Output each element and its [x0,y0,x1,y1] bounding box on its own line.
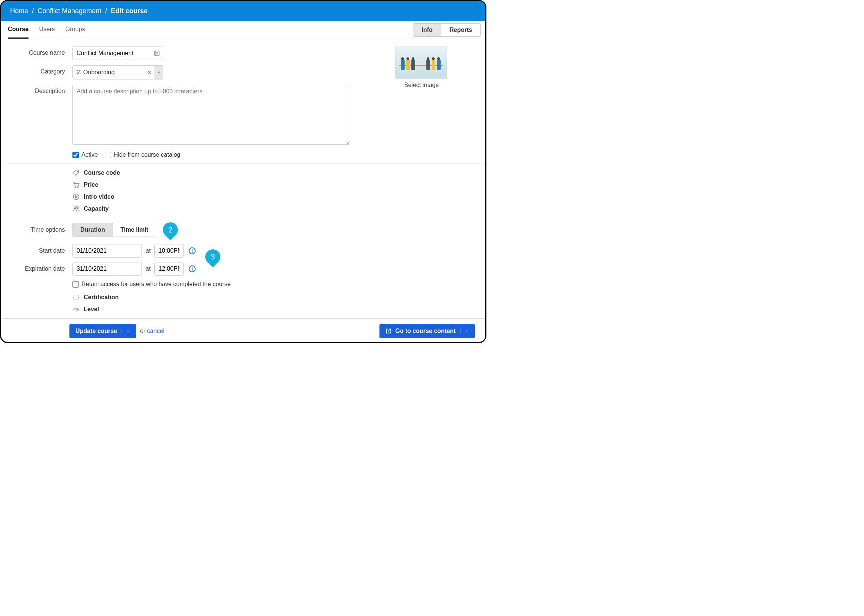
level-label: Level [84,306,99,313]
cancel-link[interactable]: cancel [147,328,164,334]
start-date-input[interactable] [73,244,142,258]
share-icon [385,328,391,334]
certification-option[interactable]: Certification [73,294,475,301]
form-footer: Update course or cancel Go to course con… [1,318,485,342]
time-limit-toggle[interactable]: Time limit [113,223,156,237]
capacity-label: Capacity [84,206,109,212]
goto-dropdown-icon[interactable] [460,329,469,333]
active-checkbox-label: Active [82,151,98,158]
svg-point-13 [74,295,79,300]
tab-bar: Course Users Groups Info Reports [1,21,485,39]
intro-video-option[interactable]: Intro video [73,193,475,201]
form-area: Select image Course name [1,39,485,318]
svg-line-14 [76,309,77,310]
level-option[interactable]: Level [73,306,475,313]
svg-point-12 [192,267,192,268]
expiration-time-input[interactable] [154,262,183,276]
svg-point-2 [75,187,76,188]
update-course-button[interactable]: Update course [69,324,136,338]
svg-point-5 [74,207,76,209]
start-date-info-icon[interactable] [188,247,196,255]
hide-catalog-checkbox-label: Hide from course catalog [114,151,181,158]
update-course-button-label: Update course [76,328,117,335]
breadcrumb: Home / Conflict Management / Edit course [1,1,485,21]
category-label: Category [12,65,65,75]
start-time-input[interactable] [154,244,183,258]
description-textarea[interactable] [73,85,350,145]
course-name-label: Course name [12,47,65,56]
category-clear-icon[interactable]: ✕ [145,69,154,75]
tab-groups[interactable]: Groups [65,21,85,39]
expiration-at-label: at [146,266,150,272]
cancel-text: or cancel [140,328,164,335]
svg-point-1 [77,171,78,172]
save-field-icon[interactable] [153,50,160,57]
certificate-icon [73,294,80,301]
play-icon [73,193,80,201]
time-options-label: Time options [12,226,65,233]
intro-video-label: Intro video [84,193,115,200]
start-at-label: at [146,247,150,254]
update-course-dropdown-icon[interactable] [121,329,130,333]
retain-access-checkbox[interactable]: Retain access for users who have complet… [73,281,475,288]
category-select[interactable]: 2. Onboarding ✕ [73,65,163,80]
people-icon [73,205,80,212]
gauge-icon [73,306,80,313]
svg-rect-0 [155,51,159,55]
course-name-input[interactable] [73,47,163,60]
svg-point-3 [77,187,79,188]
cart-icon [73,181,80,189]
breadcrumb-separator: / [105,7,107,15]
expiration-date-info-icon[interactable] [188,265,196,273]
course-code-option[interactable]: Course code [73,169,475,177]
price-option[interactable]: Price [73,181,475,189]
time-options-toggle: Duration Time limit [73,223,156,237]
svg-point-9 [192,249,192,250]
edit-course-window: Home / Conflict Management / Edit course… [0,0,486,343]
expiration-date-label: Expiration date [12,266,65,272]
certification-label: Certification [84,294,118,301]
category-dropdown-toggle[interactable] [154,66,163,79]
svg-point-6 [77,207,79,209]
info-button[interactable]: Info [413,24,441,36]
breadcrumb-current: Edit course [111,7,148,15]
description-label: Description [12,85,65,94]
goto-course-content-button[interactable]: Go to course content [380,324,475,338]
annotation-2: 2 [160,219,181,241]
tab-course[interactable]: Course [8,21,28,39]
breadcrumb-separator: / [32,7,34,15]
breadcrumb-course[interactable]: Conflict Management [38,7,101,15]
course-code-label: Course code [84,170,120,176]
duration-toggle[interactable]: Duration [73,223,113,237]
tab-users[interactable]: Users [39,21,55,39]
category-selected-value: 2. Onboarding [73,69,145,76]
capacity-option[interactable]: Capacity [73,205,475,212]
hide-catalog-checkbox[interactable]: Hide from course catalog [105,151,181,158]
reports-button[interactable]: Reports [441,24,481,36]
goto-course-content-label: Go to course content [395,328,456,335]
breadcrumb-home[interactable]: Home [10,7,28,15]
tag-icon [73,169,80,177]
retain-access-label: Retain access for users who have complet… [82,281,231,288]
hide-catalog-checkbox-input[interactable] [105,152,111,158]
start-date-label: Start date [12,247,65,254]
retain-access-checkbox-input[interactable] [73,281,79,288]
active-checkbox-input[interactable] [73,152,79,158]
view-toggle: Info Reports [413,23,481,37]
active-checkbox[interactable]: Active [73,151,98,158]
expiration-date-input[interactable] [73,262,142,276]
price-label: Price [84,181,98,188]
